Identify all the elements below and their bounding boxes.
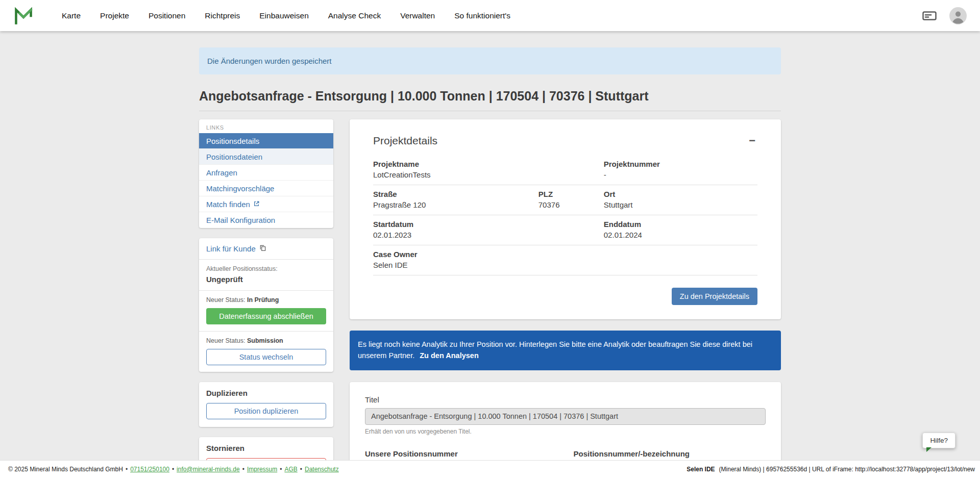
footer: © 2025 Mineral Minds Deutschland GmbH • …	[0, 460, 980, 481]
success-alert: Die Änderungen wurden gespeichert	[199, 47, 781, 74]
startdatum-label: Startdatum	[373, 220, 604, 229]
duplicate-card: Duplizieren Position duplizieren	[199, 382, 333, 427]
startdatum-value: 02.01.2023	[373, 231, 604, 239]
strasse-label: Straße	[373, 190, 538, 198]
left-sidebar: LINKS Positionsdetails Positionsdateien …	[199, 119, 333, 481]
nav-item-positionen[interactable]: Positionen	[139, 11, 195, 20]
projektnummer-label: Projektnummer	[604, 160, 757, 168]
copyright-text: © 2025 Mineral Minds Deutschland GmbH	[8, 466, 123, 473]
go-to-project-details-button[interactable]: Zu den Projektdetails	[672, 288, 757, 305]
project-row-2: Straße Pragstraße 120 PLZ 70376 Ort Stut…	[373, 185, 757, 215]
nav-item-verwalten[interactable]: Verwalten	[390, 11, 445, 20]
plz-value: 70376	[538, 200, 604, 209]
projektname-value: LotCreationTests	[373, 170, 604, 179]
sidebar-item-match-finden[interactable]: Match finden	[199, 196, 333, 212]
go-to-analyses-link[interactable]: Zu den Analysen	[420, 351, 478, 360]
help-bubble-tail	[926, 447, 932, 452]
plz-label: PLZ	[538, 190, 604, 198]
project-details-panel: Projektdetails − Projektname LotCreation…	[350, 119, 781, 319]
phone-link[interactable]: 07151/250100	[130, 466, 169, 473]
projektname-label: Projektname	[373, 160, 604, 168]
separator-dot: •	[172, 466, 174, 473]
external-link-icon	[253, 200, 260, 209]
cancel-title: Stornieren	[206, 444, 326, 452]
titel-input	[365, 408, 766, 425]
unsere-positionsnummer-label: Unsere Positionsnummer	[365, 449, 557, 458]
sidebar-item-positionsdetails[interactable]: Positionsdetails	[199, 133, 333, 149]
nav-item-analyse-check[interactable]: Analyse Check	[318, 11, 390, 20]
sidebar-item-anfragen[interactable]: Anfragen	[199, 165, 333, 181]
nav-item-projekte[interactable]: Projekte	[90, 11, 139, 20]
current-status-label: Aktueller Positionsstatus:	[206, 265, 326, 272]
help-button[interactable]: Hilfe?	[922, 433, 955, 448]
impressum-link[interactable]: Impressum	[247, 466, 277, 473]
current-status-value: Ungeprüft	[206, 275, 326, 284]
duplicate-position-button[interactable]: Position duplizieren	[206, 403, 326, 419]
session-info: (Mineral Minds) | 69576255536d | URL of …	[719, 466, 975, 473]
links-header: LINKS	[199, 119, 333, 133]
project-row-3: Startdatum 02.01.2023 Enddatum 02.01.202…	[373, 215, 757, 245]
analytics-banner: Es liegt noch keine Analytik zu Ihrer Po…	[350, 331, 781, 370]
user-avatar[interactable]	[949, 7, 967, 24]
ort-value: Stuttgart	[604, 200, 757, 209]
nav-item-karte[interactable]: Karte	[52, 11, 90, 20]
main-nav: Karte Projekte Positionen Richtpreis Ein…	[52, 11, 520, 20]
links-card: LINKS Positionsdetails Positionsdateien …	[199, 119, 333, 228]
card-reader-icon[interactable]	[922, 8, 937, 23]
titel-label: Titel	[365, 395, 766, 404]
mineral-minds-logo[interactable]	[13, 6, 34, 26]
top-navbar: Karte Projekte Positionen Richtpreis Ein…	[0, 0, 980, 31]
project-row-1: Projektname LotCreationTests Projektnumm…	[373, 155, 757, 185]
next-status-1: Neuer Status: In Prüfung	[206, 296, 326, 303]
duplicate-title: Duplizieren	[206, 389, 326, 397]
sidebar-item-positionsdateien[interactable]: Positionsdateien	[199, 149, 333, 165]
projektnummer-value: -	[604, 170, 757, 179]
separator-dot: •	[280, 466, 282, 473]
agb-link[interactable]: AGB	[284, 466, 297, 473]
project-details-title: Projektdetails	[373, 135, 437, 147]
positionsnummer-label: Positionsnummer/-bezeichnung	[574, 449, 766, 458]
session-user: Selen IDE	[687, 466, 715, 473]
enddatum-value: 02.01.2024	[604, 231, 757, 239]
copy-icon	[259, 244, 266, 253]
separator-dot: •	[300, 466, 302, 473]
nav-item-einbauweisen[interactable]: Einbauweisen	[250, 11, 318, 20]
sidebar-item-email-konfiguration[interactable]: E-Mail Konfiguration	[199, 212, 333, 228]
analytics-banner-text: Es liegt noch keine Analytik zu Ihrer Po…	[358, 340, 752, 360]
page-title: Angebotsanfrage - Entsorgung | 10.000 To…	[199, 89, 781, 111]
switch-status-button[interactable]: Status wechseln	[206, 349, 326, 365]
enddatum-label: Enddatum	[604, 220, 757, 229]
datenschutz-link[interactable]: Datenschutz	[305, 466, 339, 473]
sidebar-item-matchingvorschlaege[interactable]: Matchingvorschläge	[199, 181, 333, 196]
status-card: Link für Kunde Aktueller Positionsstatus…	[199, 238, 333, 372]
separator-dot: •	[126, 466, 128, 473]
next-status-2: Neuer Status: Submission	[206, 337, 326, 344]
case-owner-label: Case Owner	[373, 250, 757, 259]
ort-label: Ort	[604, 190, 757, 198]
case-owner-value: Selen IDE	[373, 261, 757, 269]
collapse-icon[interactable]: −	[747, 135, 757, 146]
complete-data-entry-button[interactable]: Datenerfassung abschließen	[206, 308, 326, 324]
customer-link[interactable]: Link für Kunde	[199, 238, 333, 260]
strasse-value: Pragstraße 120	[373, 200, 538, 209]
project-row-4: Case Owner Selen IDE	[373, 245, 757, 275]
email-link[interactable]: info@mineral-minds.de	[177, 466, 240, 473]
separator-dot: •	[242, 466, 244, 473]
titel-help: Erhält den von uns vorgegebenen Titel.	[365, 428, 766, 435]
nav-item-so-funktionierts[interactable]: So funktioniert's	[445, 11, 520, 20]
nav-item-richtpreis[interactable]: Richtpreis	[195, 11, 250, 20]
